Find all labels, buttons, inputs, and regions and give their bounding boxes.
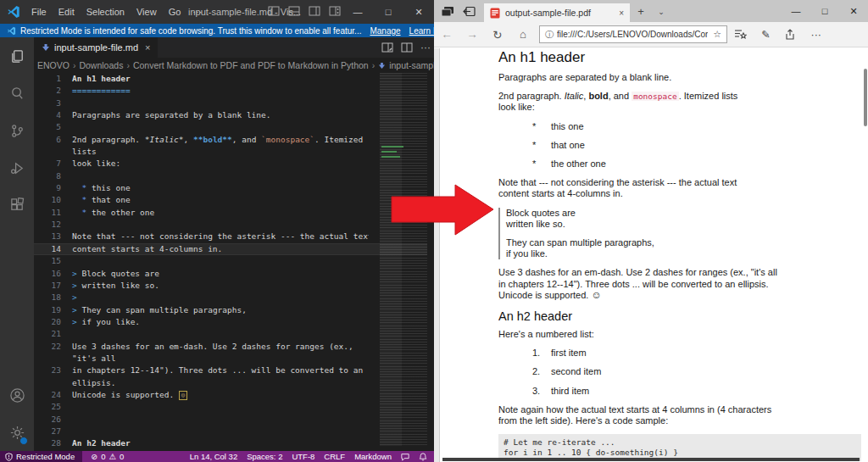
edge-tab-close-icon[interactable]: × — [619, 8, 624, 18]
editor-line[interactable]: 11 * the other one — [34, 207, 434, 219]
editor-line[interactable]: 28An h2 header — [34, 437, 434, 449]
feedback-icon[interactable] — [401, 453, 409, 461]
edge-maximize-button[interactable]: □ — [810, 0, 839, 22]
tab-output-sample-file[interactable]: output-sample-file.pdf × — [484, 3, 630, 22]
menu-go[interactable]: Go — [163, 7, 187, 17]
breadcrumb-item[interactable]: Convert Markdown to PDF and PDF to Markd… — [133, 60, 369, 70]
breadcrumb-item[interactable]: input-sample-file.md — [389, 60, 434, 70]
editor-line[interactable]: 4Paragraphs are separated by a blank lin… — [34, 109, 434, 121]
status-indentation[interactable]: Spaces: 2 — [247, 452, 282, 461]
add-favorite-star-icon[interactable]: ☆ — [708, 29, 726, 40]
editor-line[interactable]: 22Use 3 dashes for an em-dash. Use 2 das… — [34, 341, 434, 353]
tab-close-icon[interactable]: × — [145, 42, 150, 53]
banner-learn-more-link[interactable]: Learn More — [409, 26, 434, 36]
code-segment: that one — [86, 195, 130, 204]
editor-line[interactable]: 12 — [34, 219, 434, 231]
editor-line[interactable]: 19> They can span multiple paragraphs, — [34, 304, 434, 316]
banner-manage-link[interactable]: Manage — [370, 26, 400, 36]
editor-line[interactable]: 3 — [34, 97, 434, 109]
editor-line[interactable]: 23in chapters 12--14"). Three dots ... w… — [34, 365, 434, 376]
refresh-icon[interactable]: ↻ — [485, 28, 510, 42]
sidebar-item-source-control[interactable] — [0, 112, 34, 149]
editor-scrollbar[interactable] — [427, 73, 434, 451]
sidebar-item-search[interactable] — [0, 75, 34, 112]
pdf-viewer[interactable]: An h1 headerParagraphs are separated by … — [434, 48, 868, 462]
tab-input-sample-file[interactable]: input-sample-file.md × — [34, 37, 159, 58]
notifications-bell-icon[interactable] — [419, 453, 427, 461]
edge-minimize-button[interactable]: — — [782, 0, 810, 22]
breadcrumb-item[interactable]: ENOVO — [37, 60, 70, 70]
editor-line[interactable]: 1An h1 header — [34, 73, 434, 85]
accounts-icon[interactable] — [0, 376, 34, 414]
status-problems[interactable]: ⊘0 ⚠0 — [82, 452, 124, 461]
tab-previews-icon[interactable] — [441, 6, 454, 17]
vscode-minimize-button[interactable]: — — [342, 0, 373, 24]
site-info-icon[interactable]: ⓘ — [540, 29, 557, 41]
toggle-sidebar-icon[interactable] — [268, 5, 280, 17]
editor-line[interactable]: 20> if you like. — [34, 316, 434, 328]
status-cursor-position[interactable]: Ln 14, Col 32 — [190, 452, 238, 461]
toggle-secondary-sidebar-icon[interactable] — [309, 5, 320, 17]
sidebar-item-run-debug[interactable] — [0, 149, 34, 186]
editor-line-number: 12 — [34, 219, 61, 231]
editor-line[interactable]: 8 — [34, 170, 434, 182]
menu-selection[interactable]: Selection — [81, 7, 131, 17]
editor-line[interactable]: 24Unicode is supported. ☺ — [34, 389, 434, 401]
editor-line[interactable]: 16> Block quotes are — [34, 268, 434, 280]
editor-line[interactable]: 62nd paragraph. *Italic*, **bold**, and … — [34, 134, 434, 146]
menu-edit[interactable]: Edit — [53, 7, 81, 17]
sidebar-item-extensions[interactable] — [0, 186, 34, 224]
pdf-scrollbar-thumb[interactable] — [864, 69, 867, 126]
editor-line[interactable]: 21 — [34, 328, 434, 340]
editor-line[interactable]: 14content starts at 4-columns in. — [34, 243, 434, 255]
status-restricted-mode[interactable]: Restricted Mode — [0, 451, 82, 462]
minimap[interactable] — [380, 73, 427, 446]
favorites-hub-icon[interactable] — [734, 29, 747, 40]
editor-line[interactable]: 27 — [34, 426, 434, 437]
editor-line[interactable]: ellipsis. — [34, 377, 434, 389]
editor-line-number: 15 — [34, 255, 61, 267]
customize-layout-icon[interactable] — [329, 5, 341, 17]
vscode-maximize-button[interactable]: □ — [373, 0, 403, 24]
forward-icon[interactable]: → — [459, 28, 485, 41]
edge-close-button[interactable]: ✕ — [839, 0, 868, 22]
editor-line[interactable]: 2============ — [34, 85, 434, 97]
set-tabs-aside-icon[interactable] — [463, 6, 476, 17]
editor-line[interactable]: 18> — [34, 292, 434, 303]
status-language[interactable]: Markdown — [354, 452, 392, 461]
sidebar-item-explorer[interactable] — [0, 37, 34, 75]
share-icon[interactable] — [784, 29, 796, 41]
editor-line[interactable]: 15 — [34, 255, 434, 267]
breadcrumb-item[interactable]: Downloads — [79, 60, 123, 70]
toggle-panel-icon[interactable] — [288, 5, 300, 17]
annotate-pen-icon[interactable]: ✎ — [761, 28, 770, 41]
status-eol[interactable]: CRLF — [324, 452, 345, 461]
status-encoding[interactable]: UTF-8 — [292, 452, 314, 461]
vscode-close-button[interactable]: ✕ — [403, 0, 434, 24]
back-icon[interactable]: ← — [434, 28, 459, 41]
editor-line-content — [61, 219, 369, 231]
editor-line[interactable]: 17> written like so. — [34, 280, 434, 292]
open-preview-icon[interactable] — [381, 42, 393, 53]
editor-line[interactable]: 7look like: — [34, 158, 434, 170]
settings-gear-icon[interactable] — [0, 414, 34, 451]
editor-more-actions-icon[interactable]: ··· — [420, 42, 431, 53]
menu-view[interactable]: View — [131, 7, 163, 17]
edge-more-icon[interactable]: ··· — [810, 29, 821, 41]
editor-line[interactable]: 5 — [34, 121, 434, 133]
menu-file[interactable]: File — [25, 7, 53, 17]
editor-line[interactable]: 26 — [34, 414, 434, 426]
editor-line[interactable]: 9 * this one — [34, 182, 434, 194]
editor-line[interactable]: 13Note that --- not considering the aste… — [34, 231, 434, 242]
code-editor[interactable]: 1An h1 header2============34Paragraphs a… — [34, 73, 434, 451]
address-url[interactable]: file:///C:/Users/LENOVO/Downloads/Conve — [557, 30, 708, 39]
tab-dropdown-icon[interactable]: ⌄ — [652, 2, 670, 22]
editor-line[interactable]: 25 — [34, 401, 434, 413]
address-bar[interactable]: ⓘ file:///C:/Users/LENOVO/Downloads/Conv… — [539, 25, 727, 43]
new-tab-button[interactable]: + — [630, 2, 652, 22]
split-editor-icon[interactable] — [401, 42, 413, 53]
editor-line[interactable]: "it's all — [34, 353, 434, 365]
editor-line[interactable]: 10 * that one — [34, 194, 434, 206]
home-icon[interactable]: ⌂ — [510, 28, 536, 41]
editor-line[interactable]: lists — [34, 146, 434, 158]
